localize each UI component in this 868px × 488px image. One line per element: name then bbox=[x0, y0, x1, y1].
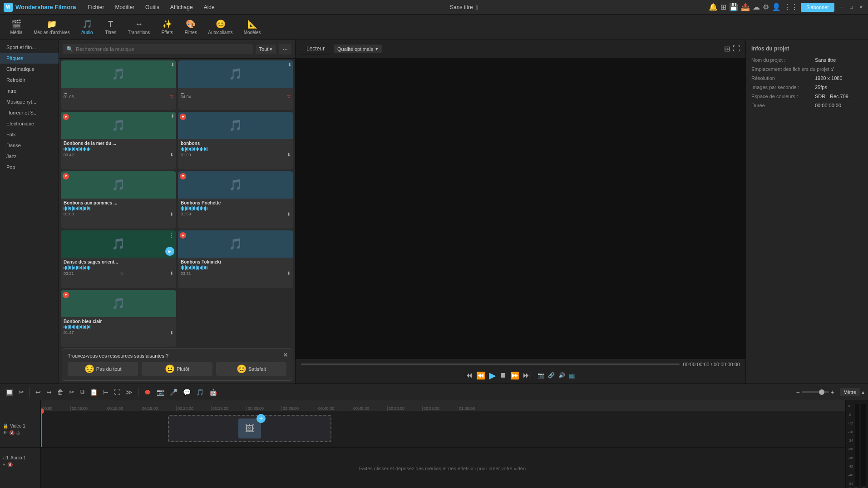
dl-icon[interactable]: ⬇ bbox=[170, 271, 173, 276]
redo-button[interactable]: ↪ bbox=[44, 388, 54, 397]
dl-icon[interactable]: ⬇ bbox=[287, 152, 291, 157]
category-cinematique[interactable]: Cinématique bbox=[0, 64, 59, 75]
undo-button[interactable]: ↩ bbox=[34, 388, 43, 397]
track-card-bonbons-tokimeki[interactable]: ♥ 🎵 Bonbons Tokimeki 03:31 ⬇ bbox=[178, 230, 293, 288]
category-pop[interactable]: Pop bbox=[0, 162, 59, 173]
track-card-bonbons-mer[interactable]: ♥ 🎵 ⬇ Bonbons de la mer du ... 03:42 ⬇ bbox=[61, 112, 176, 169]
category-folk[interactable]: Folk bbox=[0, 129, 59, 140]
playhead[interactable] bbox=[41, 411, 42, 447]
tool-effects[interactable]: ✨ Effets bbox=[156, 17, 178, 37]
track-card-bonbon-bleu[interactable]: ♥ 🎵 Bonbon bleu clair 01:47 ⬇ bbox=[61, 290, 176, 347]
paste-button[interactable]: 📋 bbox=[88, 388, 99, 397]
menu-outils[interactable]: Outils bbox=[141, 2, 164, 12]
dl-icon[interactable]: ⬇ bbox=[170, 212, 173, 217]
export-icon[interactable]: 📤 bbox=[741, 3, 750, 11]
dl-icon[interactable]: ⬇ bbox=[287, 271, 291, 276]
tool-audio[interactable]: 🎵 Audio bbox=[76, 17, 98, 37]
zoom-slider[interactable] bbox=[802, 391, 829, 393]
close-button[interactable]: ✕ bbox=[858, 4, 864, 10]
fullscreen-icon[interactable]: ⛶ bbox=[733, 45, 740, 53]
dl-icon[interactable]: ⬇ bbox=[170, 152, 173, 157]
track-mute-icon[interactable]: 🔇 bbox=[9, 430, 15, 435]
volume-button[interactable]: 🔊 bbox=[558, 372, 565, 378]
delete-button[interactable]: 🗑 bbox=[55, 388, 65, 397]
metre-chevron[interactable]: ▴ bbox=[862, 389, 864, 395]
tool-transitions[interactable]: ↔ Transitions bbox=[123, 18, 155, 37]
track-card-bonbons[interactable]: ♥ 🎵 bonbons 01:00 ⬇ bbox=[178, 112, 293, 169]
add-clip-button[interactable]: + bbox=[256, 414, 266, 423]
subtitle-button[interactable]: 💬 bbox=[181, 388, 192, 397]
feedback-satisfait[interactable]: 😊 Satisfait bbox=[216, 362, 286, 376]
tool-media[interactable]: 🎬 Média bbox=[5, 17, 27, 37]
track-card-bonbons-pommes[interactable]: ♥ 🎵 Bonbons aux pommes ... 01:03 ⬇ bbox=[61, 171, 176, 229]
more-options-icon[interactable]: ⋮ bbox=[169, 232, 174, 239]
quality-button[interactable]: Qualité optimale ▾ bbox=[334, 45, 382, 53]
cloud-icon[interactable]: ☁ bbox=[753, 3, 760, 11]
razor-button[interactable]: ✂ bbox=[17, 388, 26, 397]
menu-affichage[interactable]: Affichage bbox=[166, 2, 197, 12]
dl-icon[interactable]: ⬇ bbox=[170, 330, 173, 335]
save-icon[interactable]: 💾 bbox=[729, 3, 738, 11]
download-icon[interactable]: ⬇ bbox=[171, 114, 174, 119]
settings-icon[interactable]: ⚙ bbox=[763, 3, 769, 11]
crop-button[interactable]: ⛶ bbox=[112, 388, 122, 397]
subscribe-button[interactable]: S'abonner bbox=[801, 3, 834, 12]
tool-stickers[interactable]: 😊 Autocollants bbox=[203, 17, 237, 37]
snapshot-button[interactable]: 📷 bbox=[538, 372, 544, 378]
copy-button[interactable]: ⧉ bbox=[78, 387, 86, 397]
audio-mute-icon[interactable]: 🔇 bbox=[7, 462, 13, 467]
category-intro[interactable]: Intro bbox=[0, 85, 59, 96]
step-forward-button[interactable]: ⏭ bbox=[523, 371, 530, 379]
track-lock-icon[interactable]: 🔒 bbox=[3, 423, 8, 428]
track-visible-icon[interactable]: 👁 bbox=[3, 430, 7, 435]
track-card-danse-sages[interactable]: 🎵 ▶ ⋮ Danse des sages orient... 03:21 ☆ … bbox=[61, 230, 176, 288]
category-electronique[interactable]: Électronique bbox=[0, 118, 59, 129]
preview-progress-bar[interactable] bbox=[301, 364, 680, 365]
track-card-bonbons-pochette[interactable]: ♥ 🎵 Bonbons Pochette 01:59 ⬇ bbox=[178, 171, 293, 229]
camera-button[interactable]: 📷 bbox=[155, 388, 166, 397]
tool-models[interactable]: 📐 Modèles bbox=[239, 17, 266, 37]
more-options-button[interactable]: ··· bbox=[279, 44, 291, 55]
track-card-prev1[interactable]: 🎵 ⬇ ... 01:03 ▽ bbox=[61, 60, 176, 110]
maximize-button[interactable]: □ bbox=[848, 4, 854, 10]
track-solo-icon[interactable]: ◎ bbox=[16, 430, 20, 435]
category-musique-ryt[interactable]: Musique ryt... bbox=[0, 96, 59, 107]
audio-add-icon[interactable]: + bbox=[3, 462, 5, 467]
feedback-pas-du-tout[interactable]: 😔 Pas du tout bbox=[68, 362, 138, 376]
play-button[interactable]: ▶ bbox=[489, 370, 496, 381]
tool-titles[interactable]: T Titres bbox=[100, 18, 122, 37]
audio-button[interactable]: 🎤 bbox=[168, 388, 179, 397]
stop-button[interactable]: ⏹ bbox=[499, 371, 507, 379]
category-horreur[interactable]: Horreur et S... bbox=[0, 107, 59, 118]
category-danse[interactable]: Danse bbox=[0, 140, 59, 151]
snap-button[interactable]: 🔲 bbox=[4, 388, 15, 397]
metre-button[interactable]: Mètre bbox=[840, 388, 860, 396]
skip-back-button[interactable]: ⏮ bbox=[465, 371, 473, 379]
feedback-close-button[interactable]: ✕ bbox=[283, 351, 288, 359]
grid-icon[interactable]: ⊞ bbox=[720, 3, 726, 11]
category-refroidir[interactable]: Refroidir bbox=[0, 75, 59, 85]
tool-archives[interactable]: 📁 Médias d'archives bbox=[29, 17, 74, 37]
skip-forward-button[interactable]: ⏩ bbox=[510, 371, 519, 380]
category-sport[interactable]: Sport et fitn... bbox=[0, 42, 59, 53]
menu-fichier[interactable]: Fichier bbox=[83, 2, 108, 12]
video-drop-zone[interactable]: 🖼 + bbox=[168, 415, 331, 442]
cut-button[interactable]: ✂ bbox=[67, 388, 76, 397]
grid-view-icon[interactable]: ⊞ bbox=[724, 45, 730, 53]
ai-button[interactable]: 🤖 bbox=[207, 388, 219, 397]
search-input[interactable] bbox=[76, 46, 249, 52]
track-card-prev2[interactable]: 🎵 ⬇ ... 04:04 ▽ bbox=[178, 60, 293, 110]
video-track-content[interactable]: 🖼 + bbox=[41, 411, 845, 447]
minimize-button[interactable]: ─ bbox=[838, 4, 844, 10]
zoom-out-button[interactable]: − bbox=[796, 388, 800, 396]
category-paques[interactable]: Pâques bbox=[0, 53, 59, 64]
pip-button[interactable]: 📺 bbox=[569, 372, 576, 378]
record-button[interactable]: ⏺ bbox=[142, 387, 153, 397]
menu-modifier[interactable]: Modifier bbox=[110, 2, 139, 12]
audio-track-content[interactable] bbox=[41, 484, 845, 488]
filter-button[interactable]: Tout ▾ bbox=[256, 45, 276, 54]
profile-icon[interactable]: 👤 bbox=[772, 3, 781, 11]
more-tl-button[interactable]: ≫ bbox=[124, 388, 134, 397]
dl-icon[interactable]: ⬇ bbox=[287, 212, 291, 217]
split-button[interactable]: ⊢ bbox=[101, 388, 110, 397]
